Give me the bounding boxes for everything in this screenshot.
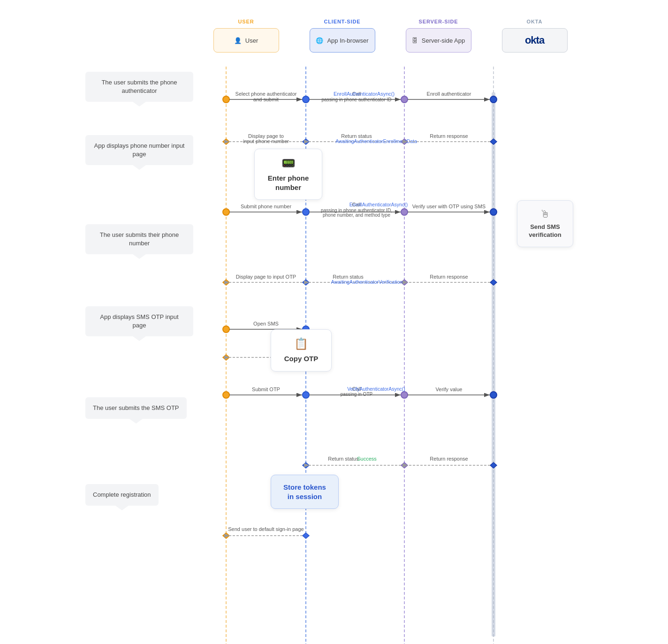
svg-point-11 [223,96,229,103]
svg-point-71 [401,392,408,398]
enter-phone-popup: 📟 Enter phone number [254,149,322,200]
svg-marker-79 [401,462,408,468]
svg-text:Return status: Return status [328,456,359,462]
svg-marker-49 [223,280,229,285]
svg-point-40 [401,209,408,215]
svg-text:Verify user with OTP using SMS: Verify user with OTP using SMS [412,204,486,209]
svg-text:Verify value: Verify value [436,386,463,392]
okta-logo: okta [525,34,544,46]
step3-block: The user submits their phone number [85,224,193,254]
svg-point-21 [490,96,497,103]
client-icon: 🌐 [316,37,323,44]
svg-text:Submit phone number: Submit phone number [241,204,292,209]
store-tokens-title: Store tokens in session [281,483,329,501]
svg-marker-50 [303,280,309,285]
diagram-container: USER 👤 User CLIENT-SIDE 🌐 App In-browser… [76,0,592,644]
okta-lane-box: okta [502,28,568,53]
header-row: USER 👤 User CLIENT-SIDE 🌐 App In-browser… [85,19,583,53]
okta-lane-label: OKTA [527,19,543,24]
server-icon: 🗄 [412,37,418,44]
svg-text:Call: Call [352,91,361,97]
svg-text:Return response: Return response [430,133,468,139]
send-sms-action: 🖱 Send SMS verification [517,200,573,247]
svg-marker-87 [223,533,229,538]
user-icon: 👤 [234,37,242,44]
svg-text:passing in phone authenticator: passing in phone authenticator ID, [321,208,392,213]
svg-text:Return status: Return status [333,274,364,280]
svg-marker-88 [303,533,309,538]
lane-user-header: USER 👤 User [198,19,294,53]
step1-block: The user submits the phone authenticator [85,72,193,102]
svg-text:and submit: and submit [253,97,279,102]
svg-text:AwaitingAuthenticatorVerificat: AwaitingAuthenticatorVerification [331,279,403,285]
svg-marker-24 [223,139,229,144]
send-sms-title: Send SMS verification [527,223,563,239]
sequence-area: Select phone authenticator and submit Ca… [193,67,583,629]
main-area: The user submits the phone authenticator… [85,67,583,629]
user-lane-box: 👤 User [213,28,279,53]
svg-text:passing in OTP: passing in OTP [341,392,373,397]
svg-text:EnrollAuthenticatorAsync(): EnrollAuthenticatorAsync() [334,91,395,97]
svg-text:AwaitingAuthenticatorEnrollmen: AwaitingAuthenticatorEnrollmentData [335,138,417,144]
svg-text:Send user to default sign-in p: Send user to default sign-in page [228,526,304,532]
copy-otp-icon: 📋 [294,337,308,350]
svg-text:EnrollAuthenticatorAsync(): EnrollAuthenticatorAsync() [349,202,408,207]
svg-marker-80 [303,462,309,468]
svg-point-68 [303,392,309,398]
svg-text:Open SMS: Open SMS [253,321,279,326]
svg-point-16 [401,96,408,103]
svg-marker-53 [401,280,408,285]
lane-client-header: CLIENT-SIDE 🌐 App In-browser [294,19,390,53]
svg-text:Call: Call [352,202,361,207]
svg-point-37 [303,209,309,215]
svg-text:Return status: Return status [341,133,372,139]
svg-point-60 [223,326,229,333]
step5-block: The user submits the SMS OTP [85,397,187,419]
arrows-svg: Select phone authenticator and submit Ca… [193,67,583,629]
svg-rect-10 [492,92,495,636]
svg-text:VerifyAuthenticatorAsync(): VerifyAuthenticatorAsync() [347,386,405,392]
server-lane-box: 🗄 Server-side App [406,28,471,53]
step4-block: App displays SMS OTP input page [85,306,193,336]
svg-text:Success: Success [357,456,377,462]
svg-text:Return response: Return response [430,274,468,280]
svg-point-46 [490,209,497,215]
svg-text:Enroll authenticator: Enroll authenticator [427,91,471,97]
svg-text:passing in phone authenticator: passing in phone authenticator ID [322,97,392,102]
svg-point-76 [490,392,497,398]
store-tokens-popup: Store tokens in session [271,475,339,509]
svg-point-12 [303,96,309,103]
svg-marker-57 [490,280,497,285]
server-lane-label: SERVER-SIDE [418,19,458,24]
copy-otp-title: Copy OTP [284,354,319,364]
step2-block: App displays phone number input page [85,135,193,165]
steps-sidebar: The user submits the phone authenticator… [85,67,193,629]
lane-okta-header: OKTA okta [486,19,583,53]
client-lane-label: CLIENT-SIDE [324,19,360,24]
svg-marker-84 [490,462,497,468]
copy-otp-popup: 📋 Copy OTP [271,329,332,371]
svg-marker-25 [303,139,309,144]
svg-marker-33 [490,139,497,144]
svg-text:Display page to: Display page to [248,133,284,139]
svg-text:Select phone authenticator: Select phone authenticator [235,91,297,97]
svg-text:Call: Call [352,386,361,392]
svg-text:Return response: Return response [430,456,468,462]
svg-text:Submit OTP: Submit OTP [252,386,280,392]
svg-text:input phone number: input phone number [243,138,289,144]
svg-point-67 [223,392,229,398]
svg-point-36 [223,209,229,215]
lane-server-header: SERVER-SIDE 🗄 Server-side App [390,19,486,53]
user-lane-label: USER [238,19,254,24]
step6-block: Complete registration [85,484,159,506]
svg-text:phone number, and method type: phone number, and method type [323,212,390,218]
svg-marker-29 [401,139,408,144]
send-sms-icon: 🖱 [527,208,563,220]
svg-text:Display page to input OTP: Display page to input OTP [236,274,296,280]
enter-phone-title: Enter phone number [264,174,312,192]
client-lane-box: 🌐 App In-browser [310,28,375,53]
phone-input-icon: 📟 [281,157,296,170]
svg-marker-64 [223,355,229,360]
